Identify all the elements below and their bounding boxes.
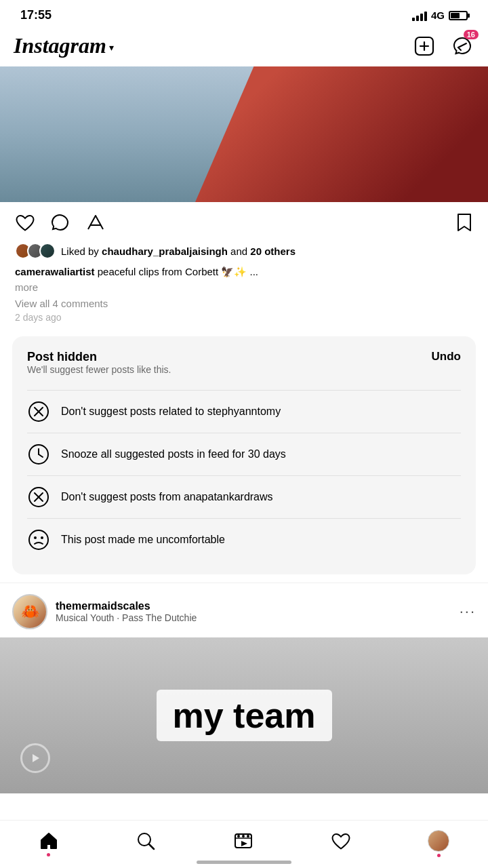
- next-post-image: my team: [0, 637, 488, 793]
- option-text: Snooze all suggested posts in feed for 3…: [61, 448, 286, 462]
- nav-activity[interactable]: [331, 831, 351, 850]
- post-hidden-header: Post hidden We'll suggest fewer posts li…: [27, 350, 461, 387]
- next-post-header: 🦀 themermaidscales Musical Youth · Pass …: [0, 583, 488, 637]
- view-comments[interactable]: View all 4 comments: [15, 298, 473, 309]
- option-text: Don't suggest posts from anapatankardraw…: [61, 490, 273, 505]
- messages-button[interactable]: 16: [450, 34, 474, 58]
- nav-search[interactable]: [136, 831, 156, 851]
- next-post-user-info: themermaidscales Musical Youth · Pass Th…: [56, 600, 197, 623]
- circle-x-icon: [27, 400, 50, 423]
- svg-point-22: [247, 835, 249, 837]
- next-username: themermaidscales: [56, 600, 197, 612]
- undo-button[interactable]: Undo: [432, 350, 461, 363]
- header-icons: 16: [412, 34, 474, 58]
- option-dont-suggest-from[interactable]: Don't suggest posts from anapatankardraw…: [27, 475, 461, 518]
- new-post-button[interactable]: [412, 34, 436, 58]
- liked-by: Liked by chaudhary_prabaljaisingh and 20…: [15, 243, 473, 259]
- nav-reels[interactable]: [233, 831, 253, 851]
- avatar: [39, 243, 56, 259]
- like-button[interactable]: [15, 213, 35, 232]
- svg-line-8: [39, 454, 43, 457]
- post-hidden-title-area: Post hidden We'll suggest fewer posts li…: [27, 350, 171, 387]
- avatar-group: [15, 243, 56, 259]
- option-text: Don't suggest posts related to stephyann…: [61, 405, 281, 419]
- svg-point-14: [41, 536, 43, 539]
- network-label: 4G: [431, 9, 445, 21]
- option-text: This post made me uncomfortable: [61, 533, 225, 547]
- option-uncomfortable[interactable]: This post made me uncomfortable: [27, 518, 461, 561]
- post-hidden-subtitle: We'll suggest fewer posts like this.: [27, 364, 171, 375]
- overlay-text: my team: [157, 690, 332, 741]
- caption: camerawaliartist peaceful clips from Cor…: [15, 264, 473, 279]
- liked-text: Liked by chaudhary_prabaljaisingh and 20…: [61, 245, 296, 257]
- signal-icon: [412, 10, 427, 21]
- svg-marker-15: [33, 754, 39, 762]
- post-hidden-card: Post hidden We'll suggest fewer posts li…: [12, 336, 476, 574]
- svg-line-17: [149, 844, 154, 849]
- more-options-button[interactable]: ···: [460, 603, 476, 620]
- home-indicator: [197, 861, 291, 864]
- sad-face-icon: [27, 528, 50, 551]
- post-hidden-title: Post hidden: [27, 350, 171, 364]
- post-actions: [0, 202, 488, 243]
- status-time: 17:55: [20, 8, 52, 22]
- battery-icon: [449, 11, 468, 20]
- svg-point-12: [29, 530, 48, 549]
- svg-point-20: [237, 835, 240, 837]
- share-button[interactable]: [85, 213, 106, 232]
- next-song: Musical Youth · Pass The Dutchie: [56, 612, 197, 623]
- circle-x-icon-2: [27, 486, 50, 509]
- next-post-user[interactable]: 🦀 themermaidscales Musical Youth · Pass …: [12, 594, 197, 629]
- notification-badge: 16: [464, 30, 479, 39]
- clock-icon: [27, 443, 50, 466]
- nav-home[interactable]: [39, 831, 59, 851]
- post-actions-left: [15, 212, 106, 233]
- timestamp: 2 days ago: [15, 312, 473, 323]
- more-link[interactable]: more: [15, 281, 38, 293]
- svg-marker-23: [241, 841, 247, 846]
- bookmark-button[interactable]: [455, 212, 473, 233]
- post-image: [0, 66, 488, 202]
- svg-point-21: [242, 835, 245, 837]
- status-icons: 4G: [412, 9, 468, 21]
- profile-avatar: [428, 830, 449, 852]
- nav-profile[interactable]: [428, 830, 449, 852]
- app-header: Instagram ▾ 16: [0, 28, 488, 66]
- next-post-avatar: 🦀: [12, 594, 47, 629]
- logo-area[interactable]: Instagram ▾: [14, 33, 114, 58]
- chevron-down-icon: ▾: [109, 42, 114, 53]
- svg-point-13: [34, 536, 37, 539]
- post-meta: Liked by chaudhary_prabaljaisingh and 20…: [0, 243, 488, 328]
- comment-button[interactable]: [50, 212, 70, 233]
- option-snooze[interactable]: Snooze all suggested posts in feed for 3…: [27, 433, 461, 475]
- logo-text: Instagram: [14, 33, 106, 58]
- play-button[interactable]: [20, 743, 50, 773]
- option-dont-suggest-related[interactable]: Don't suggest posts related to stephyann…: [27, 390, 461, 433]
- next-post: 🦀 themermaidscales Musical Youth · Pass …: [0, 583, 488, 793]
- status-bar: 17:55 4G: [0, 0, 488, 28]
